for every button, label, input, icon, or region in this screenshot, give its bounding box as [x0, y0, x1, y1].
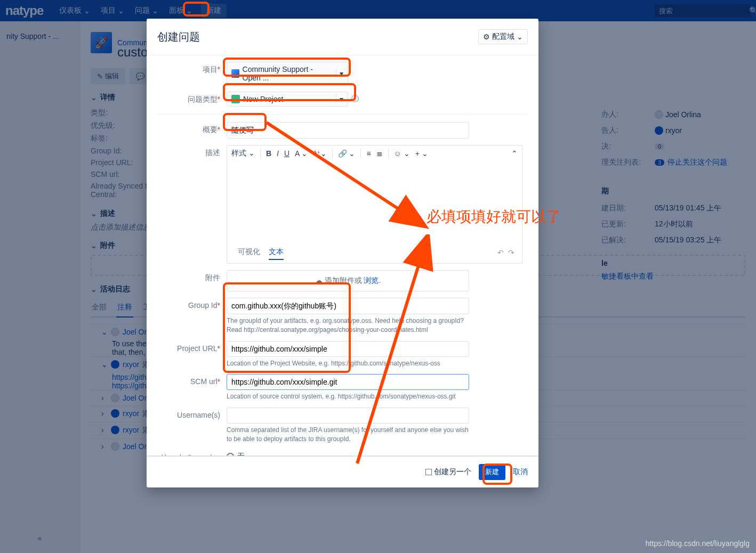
modal-header: 创建问题 ⚙配置域⌄	[147, 19, 538, 51]
chevron-down-icon: ⌄	[517, 32, 523, 41]
redo-icon[interactable]: ↷	[508, 248, 514, 257]
scmurl-label: SCM url*	[157, 374, 227, 386]
configure-fields-button[interactable]: ⚙配置域⌄	[478, 29, 528, 44]
summary-input[interactable]	[227, 122, 469, 139]
collapse-icon[interactable]: ⌃	[511, 149, 518, 158]
plus-icon[interactable]: + ⌄	[415, 149, 428, 158]
modal-body: 项目* Community Support - Open ...▾ 问题类型* …	[147, 55, 538, 456]
style-dropdown[interactable]: 样式 ⌄	[231, 149, 255, 158]
italic-icon[interactable]: I	[277, 149, 279, 158]
project-label: 项目*	[157, 62, 227, 75]
annotation-text: 必填项填好就可以了	[427, 207, 561, 227]
color-icon[interactable]: A ⌄	[295, 149, 308, 158]
username-hint: Comma separated list of the JIRA usernam…	[227, 426, 469, 444]
modal-title: 创建问题	[157, 30, 200, 44]
project-select[interactable]: Community Support - Open ...▾	[227, 62, 348, 85]
underline-icon[interactable]: U	[284, 149, 289, 158]
radio-none[interactable]: 无	[227, 450, 528, 456]
editor-toolbar: 样式 ⌄ B I U A ⌄ ᴬ⁺⌄ 🔗 ⌄ ≡ ≣ ☺ ⌄ + ⌄ ⌃	[227, 145, 522, 162]
textstyle-icon[interactable]: ᴬ⁺⌄	[313, 149, 327, 158]
visual-tab[interactable]: 可视化	[238, 245, 260, 260]
link-icon[interactable]: 🔗 ⌄	[338, 149, 356, 158]
create-another-checkbox[interactable]: 创建另一个	[425, 467, 471, 477]
emoji-icon[interactable]: ☺ ⌄	[394, 149, 410, 158]
issuetype-icon	[231, 95, 240, 103]
watermark: https://blog.csdn.net/liuyanglglg	[646, 539, 750, 548]
chevron-down-icon: ▾	[336, 95, 343, 103]
groupid-input[interactable]	[227, 298, 469, 314]
chevron-down-icon: ▾	[336, 69, 343, 78]
project-icon	[231, 69, 239, 78]
synced-label: Already Synced to Central	[157, 450, 227, 456]
groupid-label: Group Id*	[157, 298, 227, 310]
projecturl-input[interactable]	[227, 341, 469, 357]
issuetype-select[interactable]: New Project▾	[227, 92, 348, 107]
issuetype-label: 问题类型*	[157, 92, 227, 104]
editor-body[interactable]	[227, 162, 522, 242]
create-issue-modal: 创建问题 ⚙配置域⌄ 项目* Community Support - Open …	[147, 19, 538, 487]
help-icon[interactable]: ⓘ	[351, 94, 359, 104]
text-tab[interactable]: 文本	[269, 245, 284, 260]
numbered-list-icon[interactable]: ≣	[376, 149, 383, 158]
description-label: 描述	[157, 145, 227, 158]
username-label: Username(s)	[157, 408, 227, 419]
projecturl-label: Project URL*	[157, 341, 227, 353]
bold-icon[interactable]: B	[266, 149, 271, 158]
cancel-link[interactable]: 取消	[513, 467, 528, 477]
cloud-upload-icon: ☁	[315, 276, 323, 284]
bullet-list-icon[interactable]: ≡	[366, 149, 371, 158]
groupid-hint: The groupId of your artifacts, e.g. org.…	[227, 316, 469, 335]
scmurl-input[interactable]	[227, 374, 469, 390]
browse-link[interactable]: 浏览	[364, 276, 379, 284]
attachment-dropzone[interactable]: ☁ 添加附件或 浏览.	[227, 270, 469, 291]
attachment-label: 附件	[157, 270, 227, 283]
scmurl-hint: Location of source control system, e.g. …	[227, 392, 469, 401]
summary-label: 概要*	[157, 122, 227, 135]
gear-icon: ⚙	[483, 32, 490, 41]
username-input[interactable]	[227, 408, 469, 424]
projecturl-hint: Location of the Project Website, e.g. ht…	[227, 359, 469, 368]
submit-button[interactable]: 新建	[479, 464, 505, 480]
description-editor[interactable]: 样式 ⌄ B I U A ⌄ ᴬ⁺⌄ 🔗 ⌄ ≡ ≣ ☺ ⌄ + ⌄ ⌃	[227, 145, 522, 264]
modal-footer: 创建另一个 新建 取消	[147, 456, 538, 487]
undo-icon[interactable]: ↶	[497, 248, 504, 257]
